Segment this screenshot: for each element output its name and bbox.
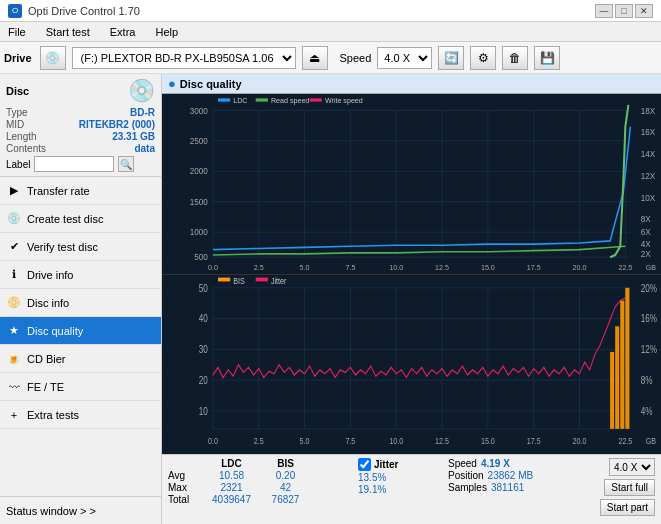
speed-refresh-button[interactable]: 🔄 xyxy=(438,46,464,70)
drive-select[interactable]: (F:) PLEXTOR BD-R PX-LB950SA 1.06 xyxy=(72,47,296,69)
sidebar-item-verify-test-disc[interactable]: ✔ Verify test disc xyxy=(0,233,161,261)
status-window-button[interactable]: Status window > > xyxy=(0,496,161,524)
erase-button[interactable]: 🗑 xyxy=(502,46,528,70)
svg-text:14X: 14X xyxy=(641,149,656,159)
sidebar-item-disc-quality[interactable]: ★ Disc quality xyxy=(0,317,161,345)
max-ldc: 2321 xyxy=(204,482,259,493)
svg-text:20.0: 20.0 xyxy=(573,263,587,272)
disc-length-row: Length 23.31 GB xyxy=(6,131,155,142)
svg-text:2.5: 2.5 xyxy=(254,436,264,446)
total-ldc: 4039647 xyxy=(204,494,259,505)
svg-rect-88 xyxy=(615,326,619,429)
svg-text:10: 10 xyxy=(199,405,208,416)
sidebar-item-fe-te[interactable]: 〰 FE / TE xyxy=(0,373,161,401)
avg-label: Avg xyxy=(168,470,200,481)
sidebar-item-label-fe-te: FE / TE xyxy=(27,381,64,393)
svg-text:22.5: 22.5 xyxy=(618,263,632,272)
drive-info-icon: ℹ xyxy=(6,267,22,283)
disc-label-browse-button[interactable]: 🔍 xyxy=(118,156,134,172)
disc-label-row: Label 🔍 xyxy=(6,156,155,172)
sidebar-item-extra-tests[interactable]: + Extra tests xyxy=(0,401,161,429)
svg-text:BIS: BIS xyxy=(233,276,245,286)
drive-icon-button[interactable]: 💿 xyxy=(40,46,66,70)
sidebar-item-label-extra-tests: Extra tests xyxy=(27,409,79,421)
disc-info-icon: 📀 xyxy=(6,295,22,311)
disc-type-value: BD-R xyxy=(130,107,155,118)
disc-mid-value: RITEKBR2 (000) xyxy=(79,119,155,130)
svg-rect-91 xyxy=(218,277,230,281)
svg-text:6X: 6X xyxy=(641,227,651,237)
speed-stat-value: 4.19 X xyxy=(481,458,510,469)
svg-text:7.5: 7.5 xyxy=(345,263,355,272)
svg-text:16%: 16% xyxy=(641,313,657,324)
chart-header: ● Disc quality xyxy=(162,74,661,94)
jitter-checkbox[interactable] xyxy=(358,458,371,471)
save-button[interactable]: 💾 xyxy=(534,46,560,70)
start-full-button[interactable]: Start full xyxy=(604,479,655,496)
eject-button[interactable]: ⏏ xyxy=(302,46,328,70)
close-button[interactable]: ✕ xyxy=(635,4,653,18)
ldc-header: LDC xyxy=(204,458,259,469)
speed-select[interactable]: 4.0 X xyxy=(377,47,432,69)
minimize-button[interactable]: — xyxy=(595,4,613,18)
jitter-max: 19.1% xyxy=(358,484,386,495)
svg-text:4X: 4X xyxy=(641,239,651,249)
start-part-button[interactable]: Start part xyxy=(600,499,655,516)
menu-help[interactable]: Help xyxy=(151,25,182,39)
sidebar-item-label-create-test-disc: Create test disc xyxy=(27,213,103,225)
disc-panel: Disc 💿 Type BD-R MID RITEKBR2 (000) Leng… xyxy=(0,74,161,177)
disc-mid-label: MID xyxy=(6,119,24,130)
svg-text:2X: 2X xyxy=(641,249,651,259)
svg-text:50: 50 xyxy=(199,282,208,293)
sidebar-item-label-drive-info: Drive info xyxy=(27,269,73,281)
create-test-disc-icon: 💿 xyxy=(6,211,22,227)
svg-text:0.0: 0.0 xyxy=(208,263,218,272)
svg-text:Read speed: Read speed xyxy=(271,95,309,104)
menu-file[interactable]: File xyxy=(4,25,30,39)
disc-type-row: Type BD-R xyxy=(6,107,155,118)
max-bis: 42 xyxy=(263,482,308,493)
sidebar-item-create-test-disc[interactable]: 💿 Create test disc xyxy=(0,205,161,233)
menu-extra[interactable]: Extra xyxy=(106,25,140,39)
bottom-chart: 50 40 30 20 10 20% 16% 12% 8% 4% 0.0 2.5… xyxy=(162,275,661,455)
svg-text:8X: 8X xyxy=(641,214,651,224)
svg-text:15.0: 15.0 xyxy=(481,263,495,272)
sidebar-item-disc-info[interactable]: 📀 Disc info xyxy=(0,289,161,317)
svg-text:0.0: 0.0 xyxy=(208,436,218,446)
sidebar-item-transfer-rate[interactable]: ▶ Transfer rate xyxy=(0,177,161,205)
fe-te-icon: 〰 xyxy=(6,379,22,395)
disc-length-value: 23.31 GB xyxy=(112,131,155,142)
menu-start-test[interactable]: Start test xyxy=(42,25,94,39)
stats-speed-select[interactable]: 4.0 X xyxy=(609,458,655,476)
svg-text:17.5: 17.5 xyxy=(527,436,541,446)
svg-text:40: 40 xyxy=(199,313,208,324)
settings-button[interactable]: ⚙ xyxy=(470,46,496,70)
svg-text:12.5: 12.5 xyxy=(435,263,449,272)
svg-text:20%: 20% xyxy=(641,282,657,293)
sidebar-item-label-disc-info: Disc info xyxy=(27,297,69,309)
svg-text:30: 30 xyxy=(199,344,208,355)
sidebar-item-drive-info[interactable]: ℹ Drive info xyxy=(0,261,161,289)
svg-text:18X: 18X xyxy=(641,105,656,115)
app-title: Opti Drive Control 1.70 xyxy=(28,5,140,17)
transfer-rate-icon: ▶ xyxy=(6,183,22,199)
svg-text:12.5: 12.5 xyxy=(435,436,449,446)
svg-text:5.0: 5.0 xyxy=(300,263,310,272)
avg-bis: 0.20 xyxy=(263,470,308,481)
svg-text:10.0: 10.0 xyxy=(389,263,403,272)
svg-text:17.5: 17.5 xyxy=(527,263,541,272)
svg-text:8%: 8% xyxy=(641,375,653,386)
svg-rect-89 xyxy=(620,300,624,428)
position-label: Position xyxy=(448,470,484,481)
svg-text:12%: 12% xyxy=(641,344,657,355)
svg-rect-90 xyxy=(625,287,629,428)
title-bar: O Opti Drive Control 1.70 — □ ✕ xyxy=(0,0,661,22)
bottom-chart-svg: 50 40 30 20 10 20% 16% 12% 8% 4% 0.0 2.5… xyxy=(162,275,661,455)
svg-text:LDC: LDC xyxy=(233,95,248,104)
svg-text:10.0: 10.0 xyxy=(389,436,403,446)
disc-label-input[interactable] xyxy=(34,156,114,172)
disc-length-label: Length xyxy=(6,131,37,142)
max-label: Max xyxy=(168,482,200,493)
sidebar-item-cd-bier[interactable]: 🍺 CD Bier xyxy=(0,345,161,373)
maximize-button[interactable]: □ xyxy=(615,4,633,18)
